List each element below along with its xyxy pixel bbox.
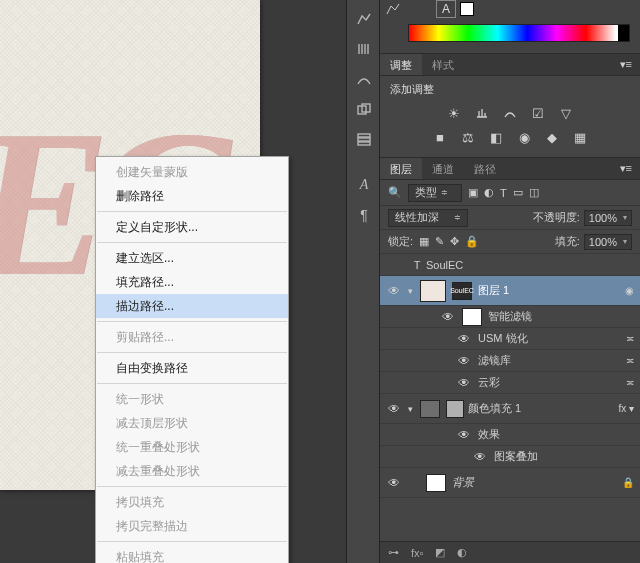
tab-styles[interactable]: 样式: [422, 54, 464, 75]
exposure-icon[interactable]: ☑: [529, 105, 547, 121]
fill-input[interactable]: 100%▾: [584, 234, 632, 250]
filter-controls-icon[interactable]: ≍: [626, 377, 634, 388]
effects-row[interactable]: 👁 效果: [380, 424, 640, 446]
layer-mask-icon[interactable]: ◩: [435, 546, 445, 559]
fill-layer-thumb[interactable]: [446, 400, 464, 418]
panel-dock-icons: A ¶: [346, 0, 380, 563]
mask-thumb[interactable]: [420, 400, 440, 418]
smart-filter-icon[interactable]: ◉: [625, 285, 634, 296]
svg-rect-2: [358, 134, 370, 137]
adjustment-layer-icon[interactable]: ◐: [457, 546, 467, 559]
fill-label: 填充:: [555, 234, 580, 249]
type-layer-icon: T: [408, 259, 426, 271]
opacity-label: 不透明度:: [533, 210, 580, 225]
lock-pixels-icon[interactable]: ▦: [419, 235, 429, 248]
visibility-toggle[interactable]: 👁: [450, 428, 478, 442]
character-icon[interactable]: A: [347, 172, 381, 198]
filter-img-icon[interactable]: ▣: [468, 186, 478, 199]
histogram-icon[interactable]: [347, 6, 381, 32]
clone-source-icon[interactable]: [347, 96, 381, 122]
filter-controls-icon[interactable]: ≍: [626, 355, 634, 366]
ctx-separator: [97, 541, 287, 542]
filter-smart-icon[interactable]: ◫: [529, 186, 539, 199]
tab-layers[interactable]: 图层: [380, 158, 422, 179]
tool-presets-icon[interactable]: [347, 126, 381, 152]
effect-pattern-overlay[interactable]: 👁 图案叠加: [380, 446, 640, 468]
tab-channels[interactable]: 通道: [422, 158, 464, 179]
svg-rect-3: [358, 138, 370, 141]
brightness-icon[interactable]: ☀: [445, 105, 463, 121]
layer-thumbnail[interactable]: [426, 474, 446, 492]
ctx-subtract-front: 减去顶层形状: [96, 411, 288, 435]
tab-adjustments[interactable]: 调整: [380, 54, 422, 75]
color-panel: A: [380, 0, 640, 54]
ctx-separator: [97, 321, 287, 322]
layer-row-background[interactable]: 👁 背景 🔒: [380, 468, 640, 498]
photo-filter-icon[interactable]: ◉: [515, 129, 533, 145]
filter-row-gallery[interactable]: 👁 滤镜库 ≍: [380, 350, 640, 372]
ctx-stroke-path[interactable]: 描边路径...: [96, 294, 288, 318]
smart-filters-row[interactable]: 👁 智能滤镜: [380, 306, 640, 328]
brushes-icon[interactable]: [347, 36, 381, 62]
filter-shape-icon[interactable]: ▭: [513, 186, 523, 199]
color-spectrum[interactable]: [408, 24, 630, 42]
hue-icon[interactable]: ■: [431, 129, 449, 145]
histogram-mini-icon[interactable]: [385, 2, 401, 18]
visibility-toggle[interactable]: 👁: [380, 284, 408, 298]
lock-brush-icon[interactable]: ✎: [435, 235, 444, 248]
panel-menu-icon[interactable]: ▾≡: [612, 158, 640, 179]
ctx-define-shape[interactable]: 定义自定形状...: [96, 215, 288, 239]
tab-paths[interactable]: 路径: [464, 158, 506, 179]
layer-row-layer1[interactable]: 👁 ▾ SoulEC 图层 1 ◉: [380, 276, 640, 306]
foreground-swatch[interactable]: [460, 2, 474, 16]
paragraph-icon[interactable]: ¶: [347, 202, 381, 228]
layer-filter-dropdown[interactable]: 类型≑: [408, 184, 462, 202]
visibility-toggle[interactable]: 👁: [380, 402, 408, 416]
layer-row-text[interactable]: T SoulEC: [380, 254, 640, 276]
ctx-unite-overlap: 统一重叠处形状: [96, 435, 288, 459]
layer-row-colorfill[interactable]: 👁 ▾ 颜色填充 1 fx ▾: [380, 394, 640, 424]
channel-mixer-icon[interactable]: ◆: [543, 129, 561, 145]
visibility-toggle[interactable]: 👁: [450, 376, 478, 390]
curves-icon[interactable]: [501, 105, 519, 121]
filter-controls-icon[interactable]: ≍: [626, 333, 634, 344]
ctx-delete-path[interactable]: 删除路径: [96, 184, 288, 208]
ctx-free-transform[interactable]: 自由变换路径: [96, 356, 288, 380]
bw-icon[interactable]: ◧: [487, 129, 505, 145]
link-layers-icon[interactable]: ⊶: [388, 546, 399, 559]
color-balance-icon[interactable]: ⚖: [459, 129, 477, 145]
visibility-toggle[interactable]: 👁: [380, 476, 408, 490]
ctx-make-selection[interactable]: 建立选区...: [96, 246, 288, 270]
brush-settings-icon[interactable]: [347, 66, 381, 92]
blend-mode-dropdown[interactable]: 线性加深≑: [388, 209, 468, 227]
layer-effects-icon[interactable]: fx▫: [411, 547, 423, 559]
ctx-separator: [97, 352, 287, 353]
opacity-input[interactable]: 100%▾: [584, 210, 632, 226]
visibility-toggle[interactable]: 👁: [450, 332, 478, 346]
lock-icon: 🔒: [622, 477, 634, 488]
filter-mask-thumb[interactable]: [462, 308, 482, 326]
vibrance-icon[interactable]: ▽: [557, 105, 575, 121]
filter-icon[interactable]: 🔍: [388, 186, 402, 200]
filter-type-icon[interactable]: T: [500, 187, 507, 199]
visibility-toggle[interactable]: 👁: [466, 450, 494, 464]
char-a-icon[interactable]: A: [436, 0, 456, 18]
lock-position-icon[interactable]: ✥: [450, 235, 459, 248]
fx-badge[interactable]: fx ▾: [618, 403, 634, 414]
expand-toggle[interactable]: ▾: [408, 286, 420, 296]
filter-row-usm[interactable]: 👁 USM 锐化 ≍: [380, 328, 640, 350]
ctx-fill-path[interactable]: 填充路径...: [96, 270, 288, 294]
filter-row-clouds[interactable]: 👁 云彩 ≍: [380, 372, 640, 394]
lock-all-icon[interactable]: 🔒: [465, 235, 479, 248]
expand-toggle[interactable]: ▾: [408, 404, 420, 414]
filter-adj-icon[interactable]: ◐: [484, 186, 494, 199]
levels-icon[interactable]: [473, 105, 491, 121]
color-lookup-icon[interactable]: ▦: [571, 129, 589, 145]
layer-thumbnail[interactable]: [420, 280, 446, 302]
smart-object-thumb: SoulEC: [452, 282, 472, 300]
panel-menu-icon[interactable]: ▾≡: [612, 54, 640, 75]
visibility-toggle[interactable]: 👁: [450, 354, 478, 368]
visibility-toggle[interactable]: 👁: [434, 310, 462, 324]
ctx-clipping-path: 剪贴路径...: [96, 325, 288, 349]
ctx-copy-stroke: 拷贝完整描边: [96, 514, 288, 538]
